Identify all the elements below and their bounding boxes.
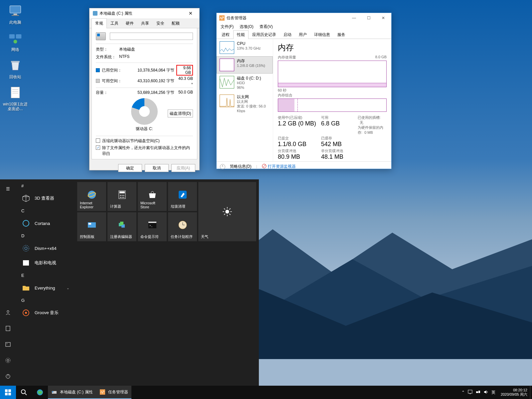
letter-header[interactable]: C — [16, 206, 75, 216]
start-apps-list[interactable]: # 3D 查看器 C Cortana D Dism++x64 电影和电视 E E… — [16, 179, 75, 386]
rail-expand-button[interactable]: ☰ — [0, 181, 16, 197]
tab-hardware[interactable]: 硬件 — [122, 18, 137, 28]
desktop-icon-file[interactable]: win10第1次进桌面必... — [3, 85, 28, 111]
tab-users[interactable]: 用户 — [295, 30, 310, 39]
menu-options[interactable]: 选项(O) — [237, 23, 256, 30]
minimize-button[interactable]: — — [347, 13, 361, 23]
index-label: 除了文件属性外，还允许索引此驱动器上文件的内容(I) — [102, 145, 193, 156]
properties-title: 本地磁盘 (C:) 属性 — [93, 11, 183, 16]
app-groove-music[interactable]: Groove 音乐 — [16, 305, 75, 320]
taskmgr-sidebar: CPU13% 3.70 GHz 内存1.2/8.0 GB (15%) 磁盘 0 … — [217, 39, 273, 161]
app-movies-tv[interactable]: 电影和电视 — [16, 256, 75, 270]
desktop-icon-this-pc[interactable]: 此电脑 — [3, 3, 28, 25]
rail-settings-button[interactable] — [0, 352, 16, 368]
sidebar-cpu[interactable]: CPU13% 3.70 GHz — [217, 39, 273, 56]
desktop-icon-recycle-bin[interactable]: 回收站 — [3, 57, 28, 79]
tab-processes[interactable]: 进程 — [218, 30, 233, 39]
rail-account-button[interactable] — [0, 304, 16, 320]
search-button[interactable] — [16, 386, 32, 399]
tab-tools[interactable]: 工具 — [107, 18, 122, 28]
tile-cmd[interactable]: >_命令提示符 — [138, 212, 167, 241]
store-icon — [147, 189, 158, 200]
open-resource-monitor-link[interactable]: 打开资源监视器 — [262, 164, 296, 169]
brief-info-button[interactable]: 简略信息(D) — [230, 164, 252, 169]
svg-rect-63 — [5, 393, 8, 395]
desktop-icon-label: 回收站 — [3, 75, 28, 79]
tile-regedit[interactable]: 注册表编辑器 — [107, 212, 136, 241]
menu-file[interactable]: 文件(F) — [218, 23, 236, 30]
sidebar-ethernet[interactable]: 以太网以太网发送: 0 接收: 56.0 Kbps — [217, 92, 273, 115]
tab-app-history[interactable]: 应用历史记录 — [249, 30, 280, 39]
resource-monitor-icon — [262, 164, 266, 169]
tab-services[interactable]: 服务 — [334, 30, 349, 39]
cpu-sparkline — [220, 41, 234, 54]
tile-ie[interactable]: Internet Explorer — [77, 182, 106, 211]
desktop-icon-network[interactable]: 网络 — [3, 30, 28, 52]
ok-button[interactable]: 确定 — [118, 164, 142, 172]
show-desktop-button[interactable] — [530, 386, 532, 399]
app-cortana[interactable]: Cortana — [16, 216, 75, 231]
tile-weather[interactable]: 天气 — [198, 182, 256, 241]
letter-header[interactable]: # — [16, 181, 75, 191]
sidebar-disk[interactable]: 磁盘 0 (C: D:)HDD96% — [217, 74, 273, 92]
compress-label: 压缩此驱动器以节约磁盘空间(C) — [102, 138, 160, 144]
app-dism[interactable]: Dism++x64 — [16, 241, 75, 256]
tile-junk-clean[interactable]: 垃圾清理 — [168, 182, 197, 211]
app-everything[interactable]: Everything ⌄ — [16, 281, 75, 295]
letter-header[interactable]: G — [16, 295, 75, 305]
taskbar-item-properties[interactable]: 本地磁盘 (C:) 属性 — [48, 386, 96, 399]
cancel-button[interactable]: 取消 — [145, 164, 169, 172]
taskbar-clock[interactable]: 08:20:12 2020/09/05 周六 — [498, 388, 530, 397]
taskmgr-window: 任务管理器 — ☐ ✕ 文件(F) 选项(O) 查看(V) 进程 性能 应用历史… — [216, 13, 392, 169]
volume-name-input[interactable] — [110, 33, 193, 40]
sidebar-memory[interactable]: 内存1.2/8.0 GB (15%) — [217, 56, 273, 74]
svg-rect-71 — [468, 390, 472, 393]
app-3d-viewer[interactable]: 3D 查看器 — [16, 191, 75, 206]
start-rail: ☰ — [0, 179, 16, 386]
network-icon[interactable] — [475, 389, 481, 396]
free-bytes: 43,310,600,192 字节 — [124, 78, 174, 84]
start-button[interactable] — [0, 386, 16, 399]
chevron-up-icon[interactable]: ⌃ — [220, 164, 225, 169]
svg-rect-6 — [11, 61, 20, 63]
ime-indicator[interactable]: 英 — [491, 390, 495, 395]
taskmgr-titlebar[interactable]: 任务管理器 — ☐ ✕ — [217, 13, 391, 23]
tile-task-scheduler[interactable]: 任务计划程序 — [168, 212, 197, 241]
compress-checkbox-row[interactable]: 压缩此驱动器以节约磁盘空间(C) — [96, 138, 193, 144]
letter-header[interactable]: D — [16, 231, 75, 241]
tab-security[interactable]: 安全 — [153, 18, 168, 28]
tab-details[interactable]: 详细信息 — [310, 30, 334, 39]
broom-icon — [177, 189, 188, 200]
close-button[interactable]: ✕ — [183, 8, 198, 18]
taskbar-item-taskmgr[interactable]: 任务管理器 — [96, 386, 131, 399]
letter-header[interactable]: E — [16, 270, 75, 281]
tab-sharing[interactable]: 共享 — [137, 18, 153, 28]
volume-icon[interactable] — [483, 389, 489, 396]
disk-cleanup-button[interactable]: 磁盘清理(D) — [168, 109, 193, 117]
menu-view[interactable]: 查看(V) — [257, 23, 275, 30]
svg-rect-17 — [6, 342, 10, 346]
tab-general[interactable]: 常规 — [91, 18, 107, 28]
tile-control-panel[interactable]: 控制面板 — [77, 212, 106, 241]
svg-rect-56 — [148, 222, 156, 223]
svg-point-38 — [121, 197, 122, 198]
rail-documents-button[interactable] — [0, 320, 16, 336]
maximize-button[interactable]: ☐ — [361, 13, 376, 23]
properties-titlebar[interactable]: 本地磁盘 (C:) 属性 ✕ — [89, 8, 199, 18]
svg-rect-64 — [8, 393, 11, 395]
tab-startup[interactable]: 启动 — [280, 30, 295, 39]
rail-pictures-button[interactable] — [0, 336, 16, 352]
svg-point-35 — [121, 195, 122, 196]
capacity-gb: 50.0 GB — [176, 90, 193, 96]
tab-performance[interactable]: 性能 — [233, 30, 249, 39]
tab-quota[interactable]: 配额 — [168, 18, 183, 28]
index-checkbox-row[interactable]: ✓ 除了文件属性外，还允许索引此驱动器上文件的内容(I) — [96, 145, 193, 156]
tile-store[interactable]: Microsoft Store — [138, 182, 167, 211]
rail-power-button[interactable] — [0, 368, 16, 384]
desktop-icon-label: 网络 — [3, 47, 28, 52]
tile-calculator[interactable]: 计算器 — [107, 182, 136, 211]
edge-button[interactable] — [32, 386, 48, 399]
close-button[interactable]: ✕ — [376, 13, 391, 23]
tray-up-icon[interactable]: ⌃ — [461, 390, 465, 395]
action-center-icon[interactable] — [467, 389, 473, 396]
